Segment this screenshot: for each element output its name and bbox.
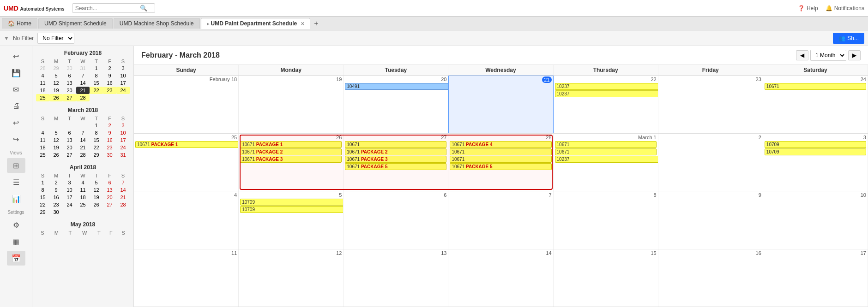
day-num: 9 — [660, 192, 761, 198]
event-10671-24[interactable]: 10671 — [765, 83, 866, 90]
event-10671-m1a[interactable]: 10671 — [555, 141, 657, 148]
day-feb18[interactable]: February 18 — [134, 76, 239, 133]
day-feb22[interactable]: 22 10237 10237 — [554, 76, 658, 133]
day-feb20[interactable]: 20 10491 — [344, 76, 448, 133]
day-mar13[interactable]: 13 — [344, 249, 448, 307]
day-mar8[interactable]: 8 — [554, 191, 658, 249]
day-mar9[interactable]: 9 — [658, 191, 763, 249]
day-mar17[interactable]: 17 — [763, 249, 868, 307]
event-10237-22b[interactable]: 10237 — [555, 90, 658, 97]
bell-icon: 🔔 — [826, 5, 832, 12]
event-10709-m5a[interactable]: 10709 — [240, 199, 344, 206]
mini-cal-mar-header: March 2018 — [36, 107, 130, 113]
event-10709-m5b[interactable]: 10709 — [240, 206, 344, 213]
sidebar-icon-save[interactable]: 💾 — [7, 65, 25, 80]
help-button[interactable]: ❓ Help — [798, 5, 818, 12]
event-p1-27[interactable]: 10671 — [345, 141, 446, 148]
tab-shipment[interactable]: UMD Shipment Schedule — [38, 18, 113, 29]
day-feb27[interactable]: 27 10671 10671 PACKAGE 2 10671 PACKAGE 3… — [344, 134, 448, 191]
tab-home[interactable]: 🏠 Home — [2, 18, 37, 29]
notifications-button[interactable]: 🔔 Notifications — [826, 5, 864, 12]
day-header-wed: Wednesday — [448, 65, 553, 75]
sidebar-icon-grid[interactable]: ⊞ — [7, 158, 25, 173]
mini-calendar-panel: February 2018 SMTWTFS 28 29 30 31 1 2 3 — [32, 46, 134, 307]
day-feb23[interactable]: 23 — [658, 76, 763, 133]
day-num: 12 — [240, 250, 342, 256]
sidebar-icon-print[interactable]: 🖨 — [7, 99, 25, 113]
filter-select[interactable]: No Filter — [37, 33, 74, 44]
day-num: 3 — [765, 135, 866, 140]
search-icon[interactable]: 🔍 — [140, 5, 147, 12]
day-num: 28 — [450, 135, 551, 140]
event-10237-m1[interactable]: 10237 — [555, 156, 658, 163]
day-feb26[interactable]: 26 10671 PACKAGE 1 10671 PACKAGE 2 10671… — [239, 134, 344, 191]
event-p3-26[interactable]: 10671 PACKAGE 3 — [240, 156, 342, 163]
day-mar16[interactable]: 16 — [658, 249, 763, 307]
day-mar3[interactable]: 3 10709 10709 — [763, 134, 868, 191]
event-p2-27[interactable]: 10671 PACKAGE 2 — [345, 148, 446, 155]
day-mar12[interactable]: 12 — [239, 249, 344, 307]
day-num: 20 — [345, 77, 446, 82]
tab-paint[interactable]: ▸ UMD Paint Department Schedule ✕ — [201, 18, 311, 29]
event-p2-28[interactable]: 10671 — [450, 148, 551, 155]
day-feb21[interactable]: 21 — [448, 76, 553, 133]
event-p1-26[interactable]: 10671 PACKAGE 1 — [240, 141, 342, 148]
filter-icon: ▼ — [4, 35, 9, 41]
sidebar-icon-chart[interactable]: 📊 — [7, 191, 25, 206]
day-feb28[interactable]: 28 10671 PACKAGE 4 10671 10671 10671 PAC… — [448, 134, 553, 191]
tab-close-icon[interactable]: ✕ — [301, 21, 304, 26]
day-mar11[interactable]: 11 — [134, 249, 239, 307]
day-mar2[interactable]: 2 — [658, 134, 763, 191]
tab-machine[interactable]: UMD Machine Shop Schedule — [114, 18, 200, 29]
event-p3-28[interactable]: 10671 — [450, 156, 551, 163]
event-10709-m3b[interactable]: 10709 — [765, 148, 866, 155]
day-mar6[interactable]: 6 — [344, 191, 448, 249]
calendar-header: February - March 2018 ◀ 1 Month ▶ — [134, 46, 868, 65]
day-mar4[interactable]: 4 — [134, 191, 239, 249]
sidebar-icon-back[interactable]: ↩ — [7, 115, 25, 130]
week-row-4: 11 12 13 14 15 — [134, 249, 868, 307]
day-num: 5 — [240, 192, 342, 198]
search-input[interactable] — [75, 5, 140, 12]
sidebar-icon-table[interactable]: ▦ — [7, 234, 25, 249]
share-button[interactable]: 👥 Sh... — [833, 33, 864, 44]
next-period-button[interactable]: ▶ — [848, 50, 861, 60]
period-select[interactable]: 1 Month — [810, 50, 846, 61]
sidebar-icon-mail[interactable]: ✉ — [7, 82, 25, 97]
week-row-1: February 18 19 20 10491 21 — [134, 76, 868, 134]
sidebar-icon-undo[interactable]: ↩ — [7, 49, 25, 64]
mini-cal-april: April 2018 SMTWTFS 1234567 891011121314 … — [36, 164, 130, 216]
event-10671-m1b[interactable]: 10671 — [555, 148, 657, 155]
event-10491[interactable]: 10491 — [345, 83, 448, 90]
day-mar15[interactable]: 15 — [554, 249, 658, 307]
day-mar1[interactable]: March 1 10671 10671 10237 — [554, 134, 658, 191]
day-feb19[interactable]: 19 — [239, 76, 344, 133]
day-mar10[interactable]: 10 — [763, 191, 868, 249]
sidebar-icon-settings[interactable]: ⚙ — [7, 218, 25, 232]
sidebar-icon-calendar[interactable]: 📅 — [7, 251, 25, 266]
event-p5-27[interactable]: 10671 PACKAGE 5 — [345, 163, 446, 170]
event-p5-28[interactable]: 10671 PACKAGE 5 — [450, 163, 551, 170]
day-header-sun: Sunday — [134, 65, 239, 75]
day-feb25[interactable]: 25 10671 PACKAGE 1 — [134, 134, 239, 191]
mini-cal-march: March 2018 SMTWTFS 123 45678910 11121314… — [36, 107, 130, 159]
search-box[interactable]: 🔍 — [72, 3, 155, 13]
event-p2-26[interactable]: 10671 PACKAGE 2 — [240, 148, 342, 155]
day-feb24[interactable]: 24 10671 — [763, 76, 868, 133]
tab-add-button[interactable]: + — [311, 19, 321, 28]
day-header-sat: Saturday — [763, 65, 868, 75]
day-num: 8 — [555, 192, 657, 198]
day-mar5[interactable]: 5 10709 10709 — [239, 191, 344, 249]
views-label: Views — [10, 150, 22, 155]
event-10237-22a[interactable]: 10237 — [555, 83, 658, 90]
day-mar14[interactable]: 14 — [448, 249, 553, 307]
sidebar-icon-list[interactable]: ☰ — [7, 175, 25, 189]
day-mar7[interactable]: 7 — [448, 191, 553, 249]
day-header-thu: Thursday — [554, 65, 658, 75]
event-p4-28[interactable]: 10671 PACKAGE 4 — [450, 141, 551, 148]
sidebar-icon-fwd[interactable]: ↪ — [7, 132, 25, 147]
event-p3-27[interactable]: 10671 PACKAGE 3 — [345, 156, 446, 163]
event-cont-25[interactable]: 10671 PACKAGE 1 — [135, 141, 239, 148]
prev-period-button[interactable]: ◀ — [796, 50, 808, 60]
event-10709-m3a[interactable]: 10709 — [765, 141, 866, 148]
